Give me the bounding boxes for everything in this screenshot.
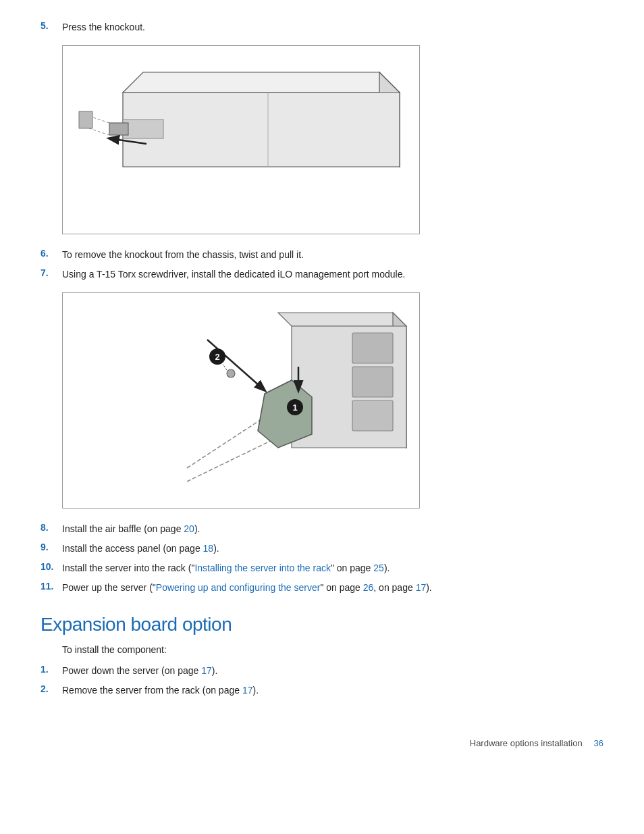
step-7-text: Using a T-15 Torx screwdriver, install t… — [62, 267, 603, 282]
svg-rect-17 — [352, 367, 393, 397]
link-remove-17[interactable]: 17 — [242, 685, 253, 696]
step-11: 11. Power up the server ("Powering up an… — [41, 581, 603, 595]
section-title: Expansion board option — [41, 614, 603, 635]
step-5-text: Press the knockout. — [62, 20, 603, 34]
step-6-text: To remove the knockout from the chassis,… — [62, 248, 603, 262]
svg-marker-0 — [123, 72, 400, 93]
svg-line-9 — [89, 128, 109, 135]
svg-line-28 — [223, 364, 227, 370]
section-step-2-num: 2. — [41, 683, 62, 694]
footer: Hardware options installation 36 — [41, 738, 603, 748]
step-7-num: 7. — [41, 267, 62, 278]
step-9-text: Install the access panel (on page 18). — [62, 542, 603, 556]
step-8-num: 8. — [41, 522, 62, 533]
link-page-18[interactable]: 18 — [203, 543, 214, 554]
section-step-1-text: Power down the server (on page 17). — [62, 664, 603, 678]
link-page-20[interactable]: 20 — [184, 523, 194, 534]
svg-text:1: 1 — [292, 402, 297, 413]
section-step-2: 2. Remove the server from the rack (on p… — [41, 683, 603, 698]
svg-line-24 — [207, 340, 265, 390]
step-9: 9. Install the access panel (on page 18)… — [41, 542, 603, 556]
link-installing-server[interactable]: Installing the server into the rack — [194, 563, 331, 573]
svg-marker-2 — [123, 93, 400, 167]
link-page-26[interactable]: 26 — [363, 582, 374, 593]
svg-text:2: 2 — [215, 352, 219, 362]
step-11-text: Power up the server ("Powering up and co… — [62, 581, 603, 595]
svg-marker-13 — [278, 313, 406, 326]
diagram-ilo-module: 1 2 — [62, 292, 420, 509]
svg-marker-21 — [258, 380, 312, 448]
knockout-svg — [69, 52, 413, 228]
step-10-text: Install the server into the rack ("Insta… — [62, 561, 603, 575]
step-9-num: 9. — [41, 542, 62, 552]
footer-text: Hardware options installation — [470, 738, 583, 748]
ilo-svg: 1 2 — [69, 299, 413, 502]
diagram-knockout — [62, 45, 420, 234]
section-step-1-num: 1. — [41, 664, 62, 675]
section-step-2-text: Remove the server from the rack (on page… — [62, 683, 603, 698]
step-6: 6. To remove the knockout from the chass… — [41, 248, 603, 262]
svg-point-25 — [227, 369, 235, 377]
svg-rect-5 — [109, 123, 128, 135]
step-5-num: 5. — [41, 20, 62, 31]
step-5: 5. Press the knockout. — [41, 20, 603, 34]
link-powering-up[interactable]: Powering up and configuring the server — [156, 582, 321, 593]
footer-page: 36 — [594, 738, 603, 748]
section-step-1: 1. Power down the server (on page 17). — [41, 664, 603, 678]
svg-rect-10 — [79, 111, 92, 128]
intro-text: To install the component: — [62, 642, 603, 657]
svg-rect-18 — [352, 400, 393, 431]
link-page-25[interactable]: 25 — [373, 563, 384, 573]
step-6-num: 6. — [41, 248, 62, 259]
step-10: 10. Install the server into the rack ("I… — [41, 561, 603, 575]
svg-rect-4 — [123, 120, 163, 138]
step-8-text: Install the air baffle (on page 20). — [62, 522, 603, 536]
step-7: 7. Using a T-15 Torx screwdriver, instal… — [41, 267, 603, 282]
link-page-17[interactable]: 17 — [416, 582, 427, 593]
step-11-num: 11. — [41, 581, 62, 592]
step-10-num: 10. — [41, 561, 62, 572]
footer-separator — [583, 738, 590, 748]
svg-rect-16 — [352, 333, 393, 363]
step-8: 8. Install the air baffle (on page 20). — [41, 522, 603, 536]
link-powerdown-17[interactable]: 17 — [201, 665, 212, 676]
